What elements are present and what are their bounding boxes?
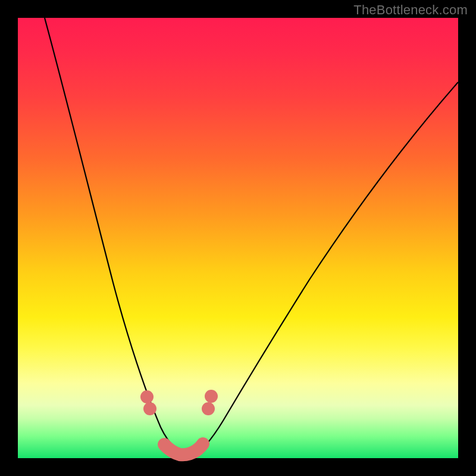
chart-frame: TheBottleneck.com bbox=[0, 0, 476, 476]
marker-dot bbox=[140, 390, 154, 403]
bottom-pill bbox=[164, 444, 203, 455]
left-curve bbox=[45, 18, 192, 456]
marker-dot bbox=[202, 402, 215, 415]
marker-dot bbox=[143, 402, 156, 415]
watermark-text: TheBottleneck.com bbox=[353, 2, 468, 18]
marker-dot bbox=[205, 390, 218, 403]
right-curve bbox=[192, 82, 458, 456]
gradient-plot-area bbox=[18, 18, 458, 458]
curve-layer bbox=[18, 18, 458, 458]
